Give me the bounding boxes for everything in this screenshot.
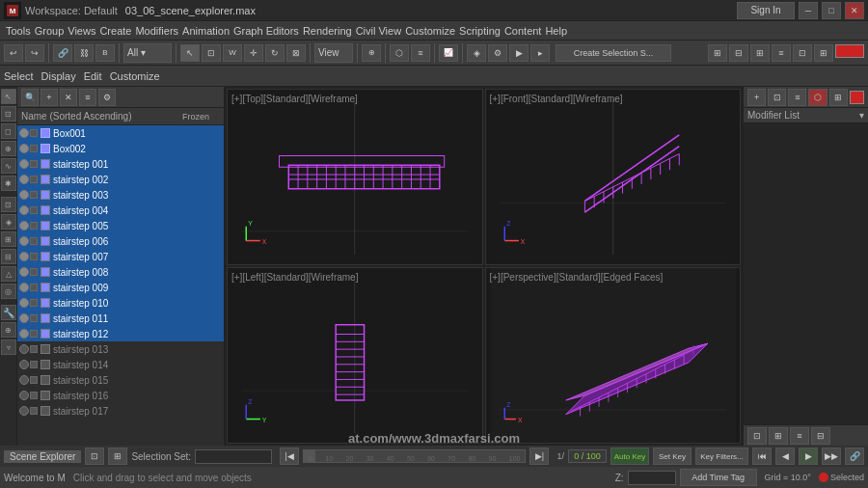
side-icon-11[interactable]: △ bbox=[1, 266, 16, 282]
menu-scripting[interactable]: Scripting bbox=[457, 25, 502, 37]
side-icon-2[interactable]: ⊡ bbox=[1, 106, 16, 122]
render-button[interactable]: ▶ bbox=[509, 44, 529, 62]
list-item[interactable]: stairstep 016 bbox=[17, 388, 224, 403]
color-swatch[interactable] bbox=[835, 44, 864, 58]
timeline-slider[interactable]: 0 10 20 30 40 50 60 70 80 90 100 bbox=[303, 449, 526, 463]
list-item[interactable]: stairstep 005 bbox=[17, 218, 224, 233]
render-setup-button[interactable]: ⚙ bbox=[488, 44, 507, 62]
right-bottom-btn-1[interactable]: ⊡ bbox=[747, 427, 767, 445]
menu-tools[interactable]: Tools bbox=[4, 25, 33, 37]
right-toolbar-btn4[interactable]: ≡ bbox=[772, 44, 791, 62]
render-icon[interactable] bbox=[30, 299, 38, 307]
menu-group[interactable]: Group bbox=[33, 25, 67, 37]
side-icon-10[interactable]: ⊟ bbox=[1, 249, 16, 264]
action-customize[interactable]: Customize bbox=[110, 70, 160, 82]
list-item[interactable]: stairstep 012 bbox=[17, 326, 224, 341]
render-icon[interactable] bbox=[30, 361, 38, 368]
render-icon[interactable] bbox=[30, 330, 38, 338]
right-toolbar-btn2[interactable]: ⊟ bbox=[729, 44, 748, 62]
eye-icon[interactable] bbox=[19, 190, 29, 200]
eye-icon[interactable] bbox=[19, 344, 29, 354]
side-icon-8[interactable]: ◈ bbox=[1, 214, 16, 230]
material-editor-button[interactable]: ◈ bbox=[467, 44, 486, 62]
sign-in-button[interactable]: Sign In bbox=[737, 2, 795, 19]
menu-animation[interactable]: Animation bbox=[180, 25, 231, 37]
viewport-perspective[interactable]: [+][Perspective][Standard][Edged Faces] bbox=[485, 267, 742, 444]
action-display[interactable]: Display bbox=[41, 70, 76, 82]
se-btn-filter[interactable]: 🔍 bbox=[21, 89, 39, 106]
render-icon[interactable] bbox=[30, 376, 38, 384]
align-button[interactable]: ≡ bbox=[411, 44, 430, 62]
right-btn-4[interactable]: ⬡ bbox=[808, 89, 827, 106]
side-icon-13[interactable]: 🔧 bbox=[1, 305, 16, 320]
right-color-swatch[interactable] bbox=[850, 91, 864, 104]
add-time-tag-btn[interactable]: Add Time Tag bbox=[680, 469, 757, 486]
eye-icon[interactable] bbox=[19, 360, 29, 369]
curve-editor-button[interactable]: 📈 bbox=[439, 44, 458, 62]
side-icon-6[interactable]: ✱ bbox=[1, 176, 16, 191]
render-icon[interactable] bbox=[30, 345, 38, 353]
selection-set-input[interactable] bbox=[195, 449, 272, 464]
set-key-btn[interactable]: Set Key bbox=[653, 447, 692, 465]
list-item[interactable]: stairstep 009 bbox=[17, 280, 224, 295]
right-bottom-btn-4[interactable]: ⊟ bbox=[811, 427, 830, 445]
se-btn-add[interactable]: + bbox=[41, 89, 58, 106]
list-item[interactable]: stairstep 002 bbox=[17, 172, 224, 187]
side-icon-15[interactable]: ▿ bbox=[1, 339, 16, 355]
play-btn[interactable]: ▶ bbox=[799, 447, 818, 465]
menu-graph-editors[interactable]: Graph Editors bbox=[231, 25, 301, 37]
select-button[interactable]: ↖ bbox=[180, 44, 200, 62]
render-icon[interactable] bbox=[30, 145, 38, 152]
viewport-front[interactable]: [+][Front][Standard][Wireframe] bbox=[485, 89, 742, 265]
window-crossing-button[interactable]: W bbox=[223, 44, 242, 62]
eye-icon[interactable] bbox=[19, 406, 29, 416]
menu-customize[interactable]: Customize bbox=[403, 25, 457, 37]
eye-icon[interactable] bbox=[19, 159, 29, 169]
z-coord-input[interactable] bbox=[628, 471, 676, 485]
list-item[interactable]: stairstep 011 bbox=[17, 311, 224, 326]
play-back-btn[interactable]: ⏮ bbox=[752, 447, 772, 465]
se-btn-delete[interactable]: ✕ bbox=[60, 89, 77, 106]
list-item[interactable]: stairstep 015 bbox=[17, 372, 224, 388]
right-btn-2[interactable]: ⊡ bbox=[768, 89, 786, 106]
side-icon-3[interactable]: ◻ bbox=[1, 123, 16, 139]
close-button[interactable]: ✕ bbox=[845, 2, 864, 19]
render-icon[interactable] bbox=[30, 253, 38, 260]
render-icon[interactable] bbox=[30, 237, 38, 245]
eye-icon[interactable] bbox=[19, 205, 29, 215]
eye-icon[interactable] bbox=[19, 252, 29, 261]
se-btn-options[interactable]: ⚙ bbox=[98, 89, 116, 106]
list-item[interactable]: stairstep 001 bbox=[17, 156, 224, 172]
render-icon[interactable] bbox=[30, 191, 38, 199]
view-dropdown[interactable]: View bbox=[314, 43, 353, 63]
timeline-start-btn[interactable]: |◀ bbox=[280, 447, 299, 465]
side-icon-1[interactable]: ↖ bbox=[1, 89, 16, 104]
eye-icon[interactable] bbox=[19, 144, 29, 153]
menu-modifiers[interactable]: Modifiers bbox=[133, 25, 180, 37]
side-icon-4[interactable]: ⊕ bbox=[1, 141, 16, 156]
right-toolbar-btn5[interactable]: ⊡ bbox=[793, 44, 812, 62]
render-icon[interactable] bbox=[30, 160, 38, 168]
right-bottom-btn-3[interactable]: ≡ bbox=[790, 427, 809, 445]
list-item[interactable]: stairstep 017 bbox=[17, 403, 224, 419]
list-item[interactable]: stairstep 008 bbox=[17, 264, 224, 280]
maximize-button[interactable]: □ bbox=[822, 2, 841, 19]
redo-button[interactable]: ↪ bbox=[25, 44, 44, 62]
mirror-button[interactable]: ⬡ bbox=[390, 44, 409, 62]
move-button[interactable]: ✛ bbox=[244, 44, 263, 62]
render-type-button[interactable]: ▸ bbox=[530, 44, 550, 62]
right-toolbar-btn1[interactable]: ⊞ bbox=[708, 44, 727, 62]
render-icon[interactable] bbox=[30, 392, 38, 399]
list-item[interactable]: stairstep 003 bbox=[17, 187, 224, 203]
list-item[interactable]: stairstep 013 bbox=[17, 341, 224, 357]
eye-icon[interactable] bbox=[19, 298, 29, 308]
right-btn-1[interactable]: + bbox=[747, 89, 766, 106]
right-bottom-btn-2[interactable]: ⊞ bbox=[769, 427, 788, 445]
scene-object-list[interactable]: Box001 Box002 bbox=[17, 125, 224, 446]
side-icon-9[interactable]: ⊞ bbox=[1, 231, 16, 247]
menu-views[interactable]: Views bbox=[66, 25, 97, 37]
right-toolbar-btn3[interactable]: ⊞ bbox=[750, 44, 770, 62]
bind-button[interactable]: B bbox=[95, 44, 115, 62]
eye-icon[interactable] bbox=[19, 283, 29, 292]
eye-icon[interactable] bbox=[19, 313, 29, 323]
